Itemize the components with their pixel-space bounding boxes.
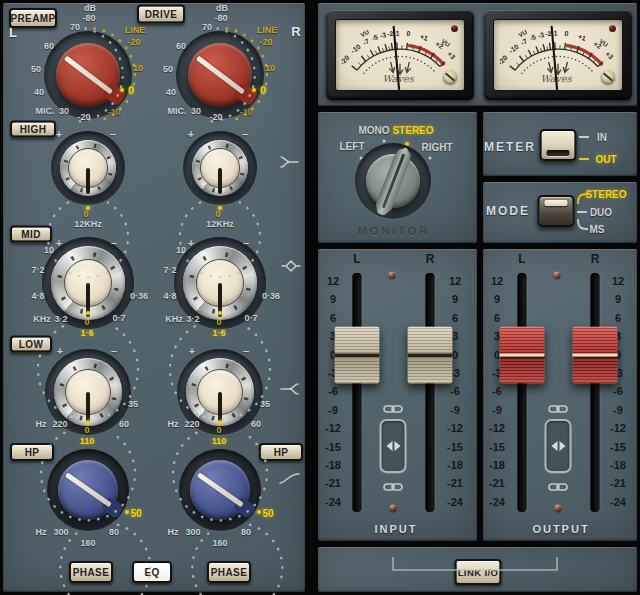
hp-freq-knob-right[interactable] (190, 460, 250, 520)
input-lr-link-button[interactable] (380, 419, 407, 473)
gain-minus-label: – (243, 345, 249, 357)
mid-khz-label: KHz (165, 314, 183, 324)
low-freq-current: 110 (212, 436, 227, 446)
gain-minus-label: – (111, 237, 117, 249)
link-chain-icon (383, 404, 403, 414)
fader-scale-value: -9 (492, 404, 502, 416)
output-fader-slot-l (518, 273, 527, 512)
svg-text:+1: +1 (577, 33, 587, 42)
fader-scale-value: -12 (325, 422, 341, 434)
fader-scale-value: 9 (494, 293, 500, 305)
svg-text:-7: -7 (362, 37, 371, 46)
preamp-scale-label: MIC. (36, 106, 55, 116)
fader-scale-value: -18 (447, 459, 463, 471)
preamp-scale-label: 70 (70, 22, 80, 32)
fader-scale-value: -9 (450, 404, 460, 416)
svg-text:-20: -20 (339, 54, 351, 66)
output-lr-link-button[interactable] (545, 419, 572, 473)
hp-hz-label: Hz (168, 527, 179, 537)
low-band-button[interactable]: LOW (10, 336, 52, 353)
preamp-gain-knob-right[interactable] (188, 43, 252, 107)
mid-zero-dot (218, 311, 222, 315)
high-gain-knob-right[interactable] (192, 140, 248, 196)
mid-khz-label: KHz (33, 314, 51, 324)
meter-in-out-switch[interactable] (540, 129, 577, 161)
eq-button[interactable]: EQ (132, 561, 172, 583)
monitor-right-dot (429, 157, 432, 160)
gain-plus-label: + (188, 237, 194, 249)
low-freq-label: 60 (119, 419, 129, 429)
svg-text:0: 0 (564, 30, 569, 37)
knob-pointer-stripe (195, 56, 244, 95)
low-freq-label: 220 (52, 419, 67, 429)
mid-freq-label: 0·36 (262, 291, 280, 301)
drive-button[interactable]: DRIVE (137, 5, 185, 24)
fader-scale-value: -12 (447, 422, 463, 434)
mode-title: MODE (486, 204, 530, 218)
knob-pointer (218, 392, 222, 423)
svg-text:-3: -3 (379, 31, 387, 39)
knob-pointer (86, 392, 90, 423)
preamp-scale-label: 30 (59, 106, 69, 116)
link-io-button[interactable]: LINK I/O (455, 559, 502, 585)
preamp-scale-label: -10 (239, 107, 252, 117)
vu-screw (443, 70, 457, 84)
input-fader-l[interactable] (335, 327, 380, 384)
mode-switch[interactable] (538, 195, 575, 227)
mid-gain-knob-left[interactable] (51, 246, 125, 320)
low-gain-knob-left[interactable] (54, 358, 122, 426)
input-fader-r[interactable] (408, 327, 453, 384)
monitor-knob[interactable] (366, 154, 420, 208)
knob-pointer-stripe (197, 473, 244, 508)
mid-freq-label: 4·8 (31, 291, 44, 301)
mid-gain-knob-right[interactable] (183, 246, 257, 320)
high-gain-zero: 0 (215, 209, 220, 219)
fader-scale-value: 6 (330, 312, 336, 324)
knob-pointer (86, 168, 90, 194)
channel-strip-plugin: PREAMP DRIVE L R dB -80 70 60 50 40 MIC.… (0, 0, 640, 595)
high-band-button[interactable]: HIGH (10, 121, 56, 138)
mid-zero-dot (86, 311, 90, 315)
output-section-label: OUTPUT (532, 523, 589, 535)
svg-text:-20: -20 (497, 54, 509, 66)
fader-scale-value: -9 (613, 404, 623, 416)
phase-button-left[interactable]: PHASE (69, 561, 113, 583)
mid-freq-label: 3·2 (186, 314, 199, 324)
high-gain-knob-left[interactable] (60, 140, 116, 196)
vu-peak-led (609, 25, 616, 32)
fader-scale-value: -6 (450, 385, 460, 397)
svg-text:0: 0 (406, 30, 411, 37)
gain-minus-label: – (242, 128, 248, 140)
hp-button-left[interactable]: HP (10, 443, 54, 461)
low-freq-current: 110 (80, 436, 95, 446)
fader-scale-value: -18 (610, 459, 626, 471)
high-freq-label: 12KHz (74, 219, 102, 229)
hp-button-right[interactable]: HP (259, 443, 303, 461)
knob-pointer-stripe (65, 473, 112, 508)
hp-freq-current: 50 (130, 508, 141, 519)
mid-band-button[interactable]: MID (10, 226, 52, 243)
fader-scale-value: 3 (452, 330, 458, 342)
preamp-scale-label: -80 (82, 13, 95, 23)
low-gain-knob-right[interactable] (186, 358, 254, 426)
preamp-gain-knob-left[interactable] (56, 43, 120, 107)
gain-plus-label: + (57, 345, 63, 357)
input-section-label: INPUT (375, 523, 418, 535)
preamp-scale-label: 10 (265, 63, 275, 73)
preamp-scale-label: MIC. (168, 106, 187, 116)
svg-text:+1: +1 (419, 33, 429, 42)
gain-minus-label: – (110, 128, 116, 140)
mode-duo-tick (577, 211, 587, 213)
output-l-header: L (518, 252, 525, 266)
fader-scale-value: 6 (452, 312, 458, 324)
channel-left-label: L (9, 25, 17, 40)
low-freq-label: 35 (260, 399, 270, 409)
output-fader-l[interactable] (500, 327, 545, 384)
phase-button-right[interactable]: PHASE (207, 561, 251, 583)
low-gain-zero: 0 (216, 425, 221, 435)
output-fader-slot-r (591, 273, 600, 512)
gain-plus-label: + (189, 345, 195, 357)
output-fader-r[interactable] (573, 327, 618, 384)
preamp-scale-label: 50 (163, 64, 173, 74)
hp-freq-knob-left[interactable] (58, 460, 118, 520)
